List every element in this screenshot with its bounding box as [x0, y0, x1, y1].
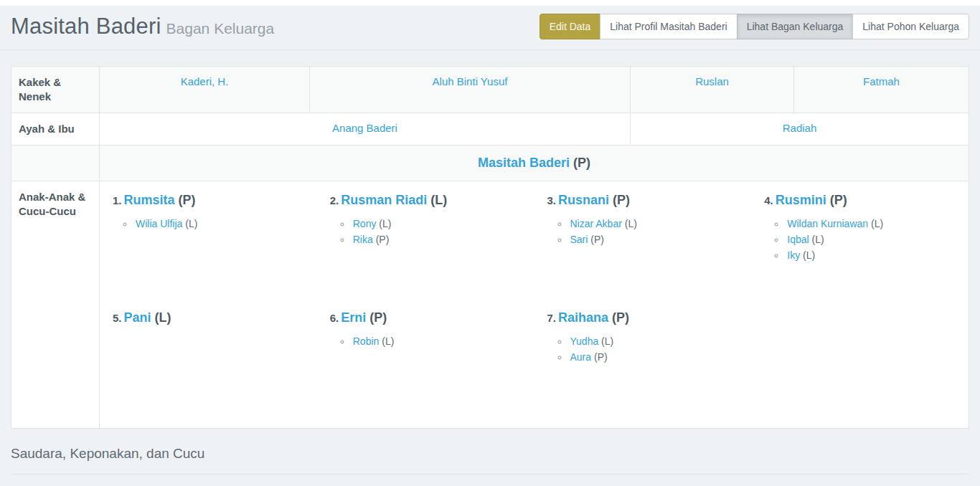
grandchild-gender: (L)	[625, 218, 637, 229]
child-gender: (P)	[613, 193, 630, 207]
grandparent-cell: Ruslan	[631, 67, 794, 113]
child-link[interactable]: Erni	[341, 310, 366, 325]
child-heading: 1.Rumsita (P)	[113, 193, 308, 208]
grandchild-link[interactable]: Nizar Akbar	[570, 218, 622, 229]
grandchild-item: Wilia Ulfija (L)	[134, 216, 308, 232]
grandchild-item: Aura (P)	[569, 349, 743, 365]
parents-row-label: Ayah & Ibu	[11, 113, 100, 146]
child-heading: 5.Pani (L)	[113, 310, 308, 325]
grandchild-link[interactable]: Wildan Kurniawan	[787, 218, 868, 229]
children-row-label: Anak-Anak & Cucu-Cucu	[11, 181, 100, 429]
child-item: 6.Erni (P) Robin (L)	[317, 310, 534, 409]
grandchildren-list: Wildan Kurniawan (L) Iqbal (L) Iky (L)	[764, 216, 960, 263]
grandchild-gender: (P)	[376, 234, 390, 245]
person-name-title: Masitah Baderi	[11, 14, 161, 39]
child-gender: (P)	[830, 193, 847, 207]
grandparent-link[interactable]: Kaderi, H.	[181, 75, 229, 87]
siblings-section-heading: Saudara, Keponakan, dan Cucu	[11, 446, 969, 475]
child-gender: (L)	[155, 310, 171, 325]
grandparent-cell: Kaderi, H.	[100, 67, 310, 113]
child-number: 2.	[330, 194, 339, 206]
page-header: Masitah BaderiBagan Keluarga Edit Data L…	[0, 6, 980, 50]
grandchild-item: Rony (L)	[352, 216, 526, 232]
grandchild-gender: (L)	[601, 335, 613, 347]
edit-data-button[interactable]: Edit Data	[540, 14, 601, 39]
children-cell: 1.Rumsita (P) Wilia Ulfija (L) 2.Rusman …	[100, 181, 969, 429]
grandchildren-list: Yudha (L) Aura (P)	[547, 333, 743, 365]
child-number: 3.	[547, 194, 557, 206]
child-item: 3.Rusnani (P) Nizar Akbar (L) Sari (P)	[534, 193, 752, 292]
grandchild-item: Rika (P)	[352, 232, 526, 247]
child-item: 1.Rumsita (P) Wilia Ulfija (L)	[100, 193, 317, 292]
grandparent-link[interactable]: Fatmah	[863, 75, 900, 87]
children-list: 1.Rumsita (P) Wilia Ulfija (L) 2.Rusman …	[100, 181, 969, 428]
self-row-spacer	[11, 146, 100, 181]
grandchild-item: Nizar Akbar (L)	[569, 216, 743, 232]
child-item: 7.Raihana (P) Yudha (L) Aura (P)	[534, 310, 752, 409]
grandchild-link[interactable]: Iky	[787, 249, 800, 261]
grandchildren-list: Wilia Ulfija (L)	[113, 216, 308, 232]
parent-link[interactable]: Radiah	[783, 122, 817, 134]
child-link[interactable]: Pani	[124, 310, 151, 325]
grandchild-link[interactable]: Yudha	[570, 335, 599, 347]
child-link[interactable]: Raihana	[558, 310, 608, 325]
grandchild-item: Iqbal (L)	[786, 232, 960, 247]
child-number: 5.	[113, 312, 122, 324]
child-number: 4.	[764, 194, 773, 206]
view-family-chart-button[interactable]: Lihat Bagan Keluarga	[737, 14, 854, 39]
parent-link[interactable]: Anang Baderi	[332, 122, 397, 134]
grandchild-link[interactable]: Robin	[353, 335, 380, 347]
page-subtitle: Bagan Keluarga	[166, 20, 275, 37]
self-link[interactable]: Masitah Baderi	[478, 156, 570, 170]
child-item: 5.Pani (L)	[100, 310, 317, 409]
grandchild-gender: (L)	[382, 335, 394, 347]
view-profile-button[interactable]: Lihat Profil Masitah Baderi	[600, 14, 737, 39]
grandchild-item: Sari (P)	[569, 232, 743, 247]
grandparent-link[interactable]: Ruslan	[695, 75, 729, 87]
grandchild-link[interactable]: Iqbal	[787, 234, 809, 245]
grandchild-link[interactable]: Aura	[570, 351, 592, 363]
grandchildren-list: Robin (L)	[330, 333, 526, 349]
grandchild-item: Yudha (L)	[569, 333, 743, 349]
grandchild-link[interactable]: Sari	[570, 234, 588, 245]
child-link[interactable]: Rumsita	[124, 193, 175, 207]
grandchild-link[interactable]: Rika	[353, 234, 373, 245]
grandchildren-list: Nizar Akbar (L) Sari (P)	[547, 216, 743, 247]
parent-cell: Anang Baderi	[100, 113, 631, 146]
family-chart-table: Kakek & Nenek Kaderi, H. Aluh Binti Yusu…	[11, 66, 969, 429]
child-number: 1.	[113, 194, 122, 206]
child-link[interactable]: Rusnani	[558, 193, 609, 207]
child-heading: 3.Rusnani (P)	[547, 193, 743, 208]
grandchild-gender: (L)	[871, 218, 883, 229]
child-gender: (P)	[179, 193, 196, 207]
grandchild-gender: (L)	[812, 234, 824, 245]
view-family-tree-button[interactable]: Lihat Pohon Keluarga	[852, 14, 969, 39]
child-item: 4.Rusmini (P) Wildan Kurniawan (L) Iqbal…	[751, 193, 969, 292]
page-title: Masitah BaderiBagan Keluarga	[11, 13, 274, 39]
grandchild-item: Robin (L)	[352, 333, 526, 349]
grandchild-link[interactable]: Rony	[353, 218, 377, 229]
child-gender: (P)	[369, 310, 387, 325]
child-link[interactable]: Rusmini	[776, 193, 826, 207]
child-heading: 6.Erni (P)	[330, 310, 526, 325]
child-gender: (P)	[612, 310, 629, 325]
grandchild-item: Iky (L)	[786, 247, 960, 263]
self-gender: (P)	[573, 156, 590, 170]
grandchild-gender: (P)	[594, 351, 608, 363]
grandparent-cell: Aluh Binti Yusuf	[310, 67, 631, 113]
grandparent-cell: Fatmah	[794, 67, 969, 113]
grandparents-row-label: Kakek & Nenek	[11, 67, 100, 113]
grandparent-link[interactable]: Aluh Binti Yusuf	[433, 75, 508, 87]
child-heading: 2.Rusman Riadi (L)	[330, 193, 526, 208]
grandparents-row: Kakek & Nenek Kaderi, H. Aluh Binti Yusu…	[11, 67, 969, 113]
grandchild-gender: (L)	[185, 218, 197, 229]
grandchild-link[interactable]: Wilia Ulfija	[136, 218, 182, 229]
grandchild-gender: (L)	[803, 249, 815, 261]
child-link[interactable]: Rusman Riadi	[341, 193, 427, 207]
child-gender: (L)	[430, 193, 447, 207]
grandchild-item: Wildan Kurniawan (L)	[786, 216, 960, 232]
top-strip	[0, 0, 980, 6]
main-content: Kakek & Nenek Kaderi, H. Aluh Binti Yusu…	[0, 50, 980, 486]
self-cell: Masitah Baderi (P)	[100, 146, 969, 181]
child-heading: 4.Rusmini (P)	[764, 193, 960, 208]
